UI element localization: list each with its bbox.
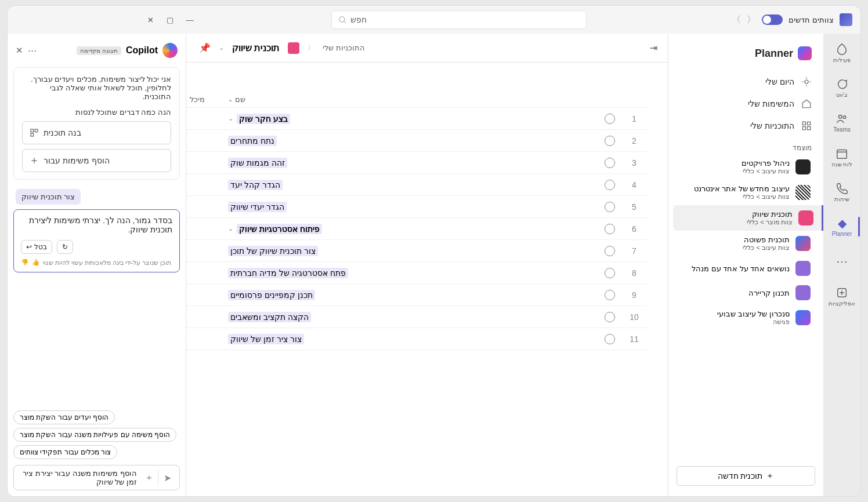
svg-rect-37 [31,129,34,132]
task-name-cell: תכנן קמפיינים פרסומיים [228,290,598,300]
global-search[interactable]: חפש [331,10,587,29]
col-name[interactable]: שם ⌄ [228,95,598,104]
plan-item[interactable]: נושאים אחד על אחד עם מנהל [673,256,819,281]
copilot-more-icon[interactable]: ⋯ [28,45,37,56]
svg-point-3 [843,115,846,118]
rail-calendar[interactable]: לוח שנה [824,141,859,173]
planner-sidebar: Planner היום שלי המשימות שלי התוכניות של… [668,34,823,496]
plan-icon [795,185,811,200]
rail-teams[interactable]: Teams [824,107,859,138]
plan-icon [795,236,811,251]
planner-header: Planner [668,42,823,71]
rail-chat[interactable]: צ'אט [824,72,859,103]
copilot-composer[interactable]: ➤ ＋ הוסף משימות משנה עבור יצירת ציר זמן … [13,465,180,490]
preview-badge: תצוגה מקדימה [77,46,121,55]
task-name: צור תוכנית שיווק של תוכן [228,246,318,256]
nav-my-tasks[interactable]: המשימות שלי [668,93,823,115]
chevron-icon: 〈 [308,43,314,53]
plan-color-chip [288,42,299,54]
svg-rect-4 [837,150,847,158]
plan-name: נושאים אחד על אחד עם מנהל [692,264,790,273]
plan-dropdown-icon[interactable]: ⌄ [219,44,224,52]
task-index: 9 [621,290,647,300]
search-icon [338,15,347,24]
svg-rect-15 [808,122,811,125]
planner-title: Planner [755,48,793,60]
thumbs-up-icon[interactable]: 👍 [32,259,39,266]
task-name-cell: הקצה תקציב ומשאבים [228,312,598,322]
window-controls: — ▢ ✕ [147,16,194,24]
task-complete-circle[interactable] [605,246,615,256]
planner-app-icon [798,46,812,60]
task-complete-circle[interactable] [605,290,615,300]
plan-subtitle: צוות עיצוב > כללי [694,193,790,201]
task-complete-circle[interactable] [605,136,615,146]
plan-item[interactable]: תוכנית פשוטהצוות עיצוב > כללי [673,231,819,256]
copilot-user-message: צור תוכנית שיווק [16,189,81,205]
task-complete-circle[interactable] [605,202,615,212]
copilot-undo-button[interactable]: בטל ↩ [21,240,52,254]
task-index: 10 [621,312,647,322]
task-name: פיתוח אסטרטגיות שיווק [237,224,322,234]
rail-more[interactable]: ⋯ [824,246,859,277]
svg-rect-17 [808,127,811,130]
thumbs-down-icon[interactable]: 👎 [21,259,28,266]
task-name-cell: הגדר קהל יעד [228,180,598,190]
svg-point-0 [339,17,344,22]
teams-logo-icon [840,13,852,26]
plan-item[interactable]: תוכנית שיווקצוות מוצר > כללי [673,205,823,231]
minimize-icon[interactable]: — [186,16,194,24]
nav-forward-icon[interactable]: 〉 [732,14,741,26]
nav-my-plans[interactable]: התוכניות שלי [668,115,823,137]
suggestion-3[interactable]: צור מכלים עבור תפקידי צוותים [13,445,117,459]
rail-calls[interactable]: שיחות [824,176,859,208]
breadcrumb[interactable]: התוכניות שלי [323,43,365,52]
copilot-suggestions: הוסף יעדים עבור השקת מוצר הוסף משימה עם … [8,410,186,459]
plan-item[interactable]: ניהול פרויקטיםצוות עיצוב > כללי [673,154,819,180]
pin-icon[interactable]: 📌 [199,42,211,53]
task-name-cell: זהה מגמות שוק [228,158,598,168]
plan-item[interactable]: סנכרון של עיצוב שבועיפגישה [673,305,819,330]
task-name: פתח אסטרטגיה של מדיה חברתית [228,268,348,278]
collapse-sidebar-icon[interactable]: ⇥ [650,42,657,53]
task-complete-circle[interactable] [605,334,615,344]
svg-point-2 [839,115,842,118]
plan-icon [795,310,811,325]
copilot-close-icon[interactable]: ✕ [16,45,23,56]
rail-apps[interactable]: אפליקציות [824,281,859,312]
task-complete-circle[interactable] [605,180,615,190]
maximize-icon[interactable]: ▢ [167,16,173,24]
new-teams-label: צוותים חדשים [789,16,834,24]
copilot-regenerate-button[interactable]: ↻ [57,240,73,254]
attach-icon[interactable]: ＋ [140,472,158,484]
new-plan-button[interactable]: ＋תוכנית חדשה [677,466,815,486]
task-complete-circle[interactable] [605,312,615,322]
task-name-cell: צור תוכנית שיווק של תוכן [228,246,598,256]
expand-icon[interactable]: ⌄ [228,225,233,232]
plan-item[interactable]: עיצוב מחדש של אתר אינטרנטצוות עיצוב > כל… [673,180,819,205]
task-complete-circle[interactable] [605,114,615,124]
app-rail: פעילות צ'אט Teams לוח שנה שיחות ◆Planner… [823,34,860,496]
task-name-cell: צור ציר זמן של שיווק [228,334,598,344]
close-icon[interactable]: ✕ [147,16,154,24]
task-complete-circle[interactable] [605,158,615,168]
suggestion-1[interactable]: הוסף יעדים עבור השקת מוצר [13,410,115,424]
nav-back-icon[interactable]: 〈 [747,14,756,26]
plan-item[interactable]: תכנון קריירה [673,281,819,305]
copilot-action-add[interactable]: הוסף משימות עבור [22,149,171,172]
task-name: הגדר קהל יעד [228,180,283,190]
composer-text[interactable]: הוסף משימות משנה עבור יצירת ציר זמן של ש… [17,469,140,486]
copilot-title: Copilot [126,45,158,56]
nav-my-day[interactable]: היום שלי [668,71,823,93]
expand-icon[interactable]: ⌄ [228,115,233,122]
send-icon[interactable]: ➤ [158,472,176,483]
new-teams-toggle[interactable] [762,14,783,25]
rail-planner[interactable]: ◆Planner [824,211,859,242]
task-complete-circle[interactable] [605,268,615,278]
suggestion-2[interactable]: הוסף משימה עם פעילויות משנה עבור השקת מו… [13,428,176,442]
task-complete-circle[interactable] [605,224,615,234]
rail-activity[interactable]: פעילות [824,37,859,68]
app-window: צוותים חדשים 〈 〉 חפש — ▢ ✕ פעילות צ'אט T… [8,6,860,496]
plan-subtitle: צוות עיצוב > כללי [742,168,790,175]
copilot-action-build[interactable]: בנה תוכנית [22,121,171,144]
